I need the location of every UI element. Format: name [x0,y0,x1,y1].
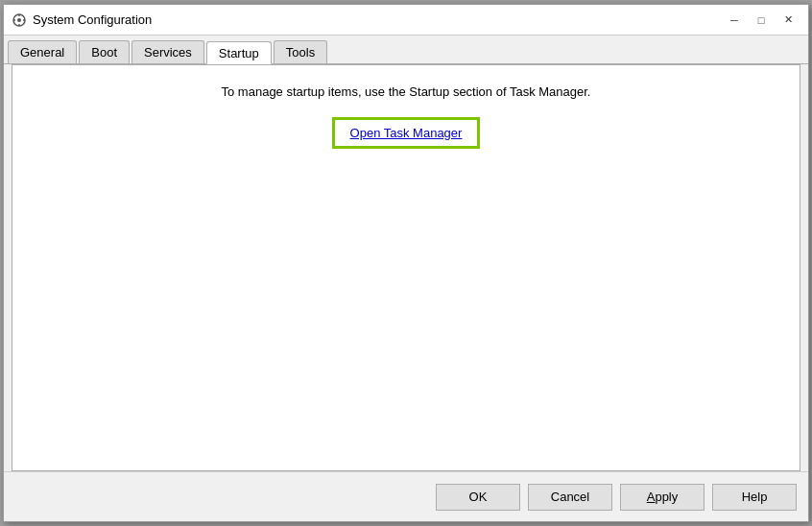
svg-point-1 [17,18,21,22]
startup-info-text: To manage startup items, use the Startup… [222,84,591,99]
app-icon [12,12,27,28]
tab-boot[interactable]: Boot [79,40,130,63]
system-configuration-window: System Configuration ─ □ ✕ General Boot … [3,4,809,522]
tab-services[interactable]: Services [131,40,204,63]
ok-button[interactable]: OK [436,484,520,511]
title-bar-controls: ─ □ ✕ [722,11,800,30]
help-button[interactable]: Help [712,484,797,511]
startup-content: To manage startup items, use the Startup… [12,64,800,471]
maximize-button[interactable]: □ [749,11,774,30]
open-task-manager-button[interactable]: Open Task Manager [333,118,480,148]
tab-general[interactable]: General [8,40,77,63]
apply-button[interactable]: Apply [620,484,705,511]
cancel-button[interactable]: Cancel [528,484,612,511]
tab-startup[interactable]: Startup [206,41,272,64]
title-bar: System Configuration ─ □ ✕ [4,5,808,36]
title-bar-left: System Configuration [12,12,152,28]
bottom-button-bar: OK Cancel Apply Help [4,471,808,521]
minimize-button[interactable]: ─ [722,11,747,30]
tab-tools[interactable]: Tools [274,40,327,63]
window-title: System Configuration [33,12,152,27]
tab-bar: General Boot Services Startup Tools [4,36,808,64]
close-button[interactable]: ✕ [776,11,800,30]
